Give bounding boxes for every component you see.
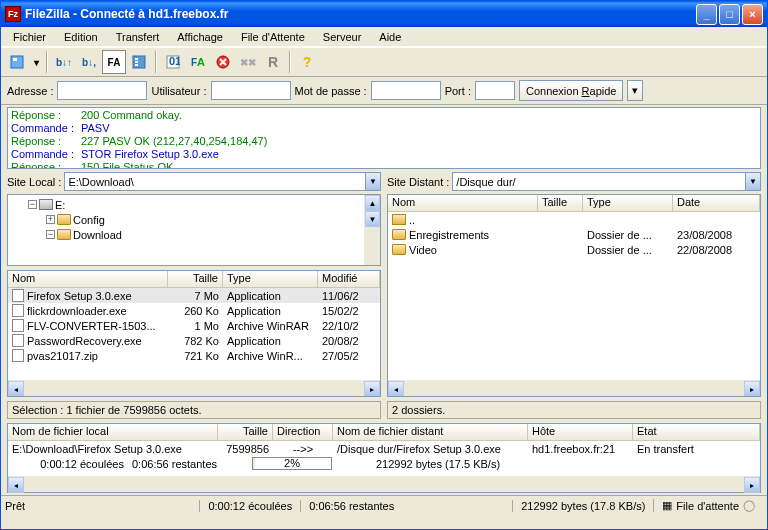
col-direction[interactable]: Direction [273, 424, 333, 440]
col-etat[interactable]: Etat [633, 424, 760, 440]
local-path-combo[interactable]: ▼ [64, 172, 381, 191]
menu-aide[interactable]: Aide [371, 29, 409, 45]
file-type: Application [223, 305, 318, 317]
status-queue-tab[interactable]: ▦ File d'attente ◯ [653, 499, 763, 512]
remote-name: Video [409, 244, 437, 256]
col-taille[interactable]: Taille [168, 271, 223, 287]
expand-icon[interactable]: − [28, 200, 37, 209]
col-taille[interactable]: Taille [218, 424, 273, 440]
tree-item[interactable]: +Config [10, 212, 378, 227]
remote-row[interactable]: EnregistrementsDossier de ...23/08/2008 [388, 227, 760, 242]
binary-button[interactable]: 01 [161, 50, 185, 74]
file-size: 7 Mo [168, 290, 223, 302]
local-status: Sélection : 1 fichier de 7599856 octets. [7, 401, 381, 419]
tree-label: E: [55, 199, 65, 211]
fa-action-button[interactable]: FA [186, 50, 210, 74]
remote-row[interactable]: VideoDossier de ...22/08/2008 [388, 242, 760, 257]
adresse-input[interactable] [57, 81, 147, 100]
file-row[interactable]: FLV-CONVERTER-1503...1 MoArchive WinRAR2… [8, 318, 380, 333]
queue-progress-row: 0:00:12 écoulées 0:06:56 restantes 2% 21… [8, 456, 760, 471]
queue-pane[interactable]: Nom de fichier local Taille Direction No… [7, 423, 761, 493]
file-row[interactable]: Firefox Setup 3.0.exe7 MoApplication11/0… [8, 288, 380, 303]
menu-serveur[interactable]: Serveur [315, 29, 370, 45]
remote-path-combo[interactable]: ▼ [452, 172, 761, 191]
remote-path-input[interactable] [453, 173, 745, 190]
menu-edition[interactable]: Edition [56, 29, 106, 45]
quickconnect-bar: Adresse : Utilisateur : Mot de passe : P… [1, 77, 767, 105]
col-date[interactable]: Date [673, 195, 760, 211]
cancel-button[interactable] [211, 50, 235, 74]
toolbar-sep [46, 51, 48, 73]
file-row[interactable]: flickrdownloader.exe260 KoApplication15/… [8, 303, 380, 318]
help-button[interactable]: ? [295, 50, 319, 74]
tree-item[interactable]: −E: [10, 197, 378, 212]
file-row[interactable]: PasswordRecovery.exe782 KoApplication20/… [8, 333, 380, 348]
menu-file-attente[interactable]: File d'Attente [233, 29, 313, 45]
local-path-input[interactable] [65, 173, 365, 190]
menu-transfert[interactable]: Transfert [108, 29, 168, 45]
toggle-tree-button[interactable]: b↓, [77, 50, 101, 74]
site-manager-button[interactable] [5, 50, 29, 74]
menu-affichage[interactable]: Affichage [169, 29, 231, 45]
file-date: 27/05/2 [318, 350, 380, 362]
local-tree[interactable]: ▲▼ −E:+Config−Download [7, 194, 381, 266]
horizontal-scrollbar[interactable]: ◂▸ [8, 380, 380, 396]
connexion-rapide-button[interactable]: Connexion Rapide [519, 80, 624, 101]
col-distant[interactable]: Nom de fichier distant [333, 424, 528, 440]
horizontal-scrollbar[interactable]: ◂▸ [388, 380, 760, 396]
remote-name: Enregistrements [409, 229, 489, 241]
file-date: 15/02/2 [318, 305, 380, 317]
svg-rect-4 [135, 61, 138, 63]
svg-rect-1 [13, 58, 17, 61]
site-manager-dropdown[interactable]: ▾ [30, 50, 42, 74]
menubar: Fichier Edition Transfert Affichage File… [1, 27, 767, 47]
toolbar-sep [155, 51, 157, 73]
refresh-button[interactable] [127, 50, 151, 74]
log-pane[interactable]: Réponse :200 Command okay.Commande :PASV… [7, 107, 761, 169]
remote-list-header[interactable]: Nom Taille Type Date [388, 195, 760, 212]
col-nom[interactable]: Nom [8, 271, 168, 287]
queue-header[interactable]: Nom de fichier local Taille Direction No… [8, 424, 760, 441]
queue-scrollbar[interactable]: ◂▸ [8, 476, 760, 492]
col-modifie[interactable]: Modifié [318, 271, 380, 287]
close-button[interactable]: × [742, 4, 763, 25]
folder-icon [392, 229, 406, 240]
menu-fichier[interactable]: Fichier [5, 29, 54, 45]
titlebar: Fz FileZilla - Connecté à hd1.freebox.fr… [1, 1, 767, 27]
minimize-button[interactable]: _ [696, 4, 717, 25]
toolbar: ▾ b↓↑ b↓, FA 01 FA ✖✖ R ? [1, 47, 767, 77]
col-local[interactable]: Nom de fichier local [8, 424, 218, 440]
connexion-dropdown[interactable]: ▾ [627, 80, 643, 101]
col-type[interactable]: Type [223, 271, 318, 287]
tree-item[interactable]: −Download [10, 227, 378, 242]
tree-label: Config [73, 214, 105, 226]
file-size: 260 Ko [168, 305, 223, 317]
motdepasse-input[interactable] [371, 81, 441, 100]
file-icon [12, 334, 24, 347]
expand-icon[interactable]: + [46, 215, 55, 224]
col-type[interactable]: Type [583, 195, 673, 211]
file-row[interactable]: pvas21017.zip721 KoArchive WinR...27/05/… [8, 348, 380, 363]
queue-row[interactable]: E:\Download\Firefox Setup 3.0.exe 759985… [8, 441, 760, 456]
utilisateur-input[interactable] [211, 81, 291, 100]
reconnect-button[interactable]: R [261, 50, 285, 74]
scrollbar[interactable]: ▲▼ [364, 195, 380, 265]
port-input[interactable] [475, 81, 515, 100]
toggle-fa-button[interactable]: FA [102, 50, 126, 74]
expand-icon[interactable]: − [46, 230, 55, 239]
remote-file-list[interactable]: Nom Taille Type Date ..EnregistrementsDo… [387, 194, 761, 397]
disconnect-button[interactable]: ✖✖ [236, 50, 260, 74]
toolbar-sep [289, 51, 291, 73]
toggle-log-button[interactable]: b↓↑ [52, 50, 76, 74]
col-taille[interactable]: Taille [538, 195, 583, 211]
col-nom[interactable]: Nom [388, 195, 538, 211]
remote-row[interactable]: .. [388, 212, 760, 227]
chevron-down-icon[interactable]: ▼ [745, 173, 760, 190]
maximize-button[interactable]: □ [719, 4, 740, 25]
local-file-list[interactable]: Nom Taille Type Modifié Firefox Setup 3.… [7, 270, 381, 397]
file-type: Archive WinR... [223, 350, 318, 362]
remote-date: 23/08/2008 [673, 229, 760, 241]
col-hote[interactable]: Hôte [528, 424, 633, 440]
chevron-down-icon[interactable]: ▼ [365, 173, 380, 190]
local-list-header[interactable]: Nom Taille Type Modifié [8, 271, 380, 288]
